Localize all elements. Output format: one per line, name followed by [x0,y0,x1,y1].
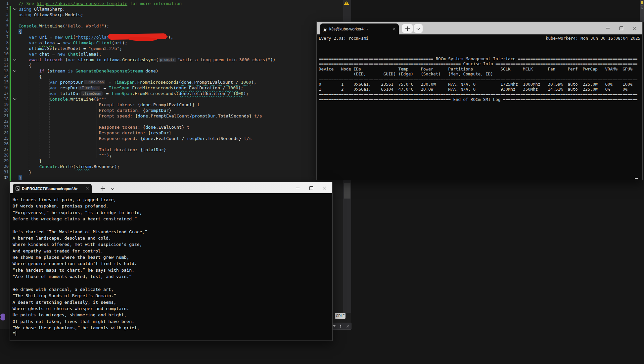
gutter-change-bar [9,51,12,57]
close-button[interactable] [628,24,641,32]
gutter-change-bar [9,153,12,158]
fold-chevron-icon[interactable] [12,6,17,12]
terminal-titlebar[interactable]: k3s@kube-worker4: ~ [317,22,642,34]
fold-chevron-icon[interactable] [12,96,17,102]
terminal-line [319,46,640,51]
terminal-line: ========================================… [319,61,640,66]
code-text: if (stream is GenerateDoneResponseStream… [19,68,159,74]
terminal-window: k3s@kube-worker4: ~ Every 2.0s: rocm-smi… [316,22,643,180]
code-line: 7 var uri = new Uri("http://ollam"); [0,34,275,40]
code-line: 11 await foreach (var stream in ollama.G… [0,57,275,63]
code-text: var uri = new Uri("http://ollam"); [19,34,173,40]
close-icon [323,186,326,190]
terminal-line: 0 1 0x66a1, 23561 75.0°C 230.0W N/A, N/A… [319,82,640,87]
poem-line: “Forgiveness,” he explains, “is a bridge… [13,209,332,216]
terminal-tab[interactable]: k3s@kube-worker4: ~ [320,23,399,34]
code-line: 13 if (stream is GenerateDoneResponseStr… [0,68,275,74]
gutter-change-bar [9,34,12,40]
code-line: 28 """); [0,153,275,158]
new-tab-button[interactable] [402,24,413,33]
code-line: 25 Response speed: {done.EvalCount / res… [0,136,275,141]
indent-guide [49,79,50,158]
minimize-button[interactable] [291,184,304,192]
fold-chevron-icon [12,164,17,169]
code-text: } [19,158,42,164]
fold-chevron-icon [12,119,17,124]
gutter-change-bar [9,46,12,51]
close-button[interactable] [318,184,331,192]
fold-chevron-icon [12,12,17,18]
code-text: """); [19,153,112,158]
terminal-line: ========================================… [319,56,640,61]
maximize-button[interactable] [615,24,628,32]
poem-line: Of paths not taken, lives that might hav… [13,318,332,325]
gutter-change-bar [9,113,12,119]
indent-guide [29,63,29,175]
line-number: 4 [0,18,9,23]
fold-chevron-icon [12,79,17,85]
gutter-change-bar [9,6,12,12]
tab-close-icon[interactable] [86,187,89,190]
console-output[interactable]: He traces lines of pain, a jagged trace,… [10,193,332,341]
terminal-output[interactable]: Every 2.0s: rocm-smi kube-worker4: Mon J… [317,34,642,181]
gutter-change-bar [9,74,12,79]
code-text: // See https://aka.ms/new-console-templa… [19,1,182,6]
watch-header-line: Every 2.0s: rocm-smi kube-worker4: Mon J… [319,36,640,41]
fold-chevron-icon [12,74,17,79]
line-number: 5 [0,23,9,29]
code-text: Console.Write(stream.Response); [19,164,119,169]
code-text: } [19,169,31,175]
fold-chevron-icon[interactable] [12,68,17,74]
tab-dropdown-button[interactable] [414,24,423,33]
chevron-down-icon [416,26,420,30]
new-tab-button[interactable] [99,185,107,192]
maximize-icon [620,26,623,30]
code-text: using OllamaSharp.Models; [19,12,83,18]
terminal-line [319,51,640,56]
line-number: 27 [0,147,9,153]
code-line: 19 Prompt tokens: {done.PromptEvalCount}… [0,102,275,108]
line-number: 17 [0,91,9,96]
minimize-button[interactable] [601,24,615,32]
code-line: 32} [0,175,275,181]
gutter-change-bar [9,136,12,141]
editor-scrollbar-thumb[interactable] [344,183,350,199]
code-line: 8 var ollama = new OllamaApiClient(uri); [0,40,275,46]
close-icon [633,26,636,30]
gutter-change-bar [9,18,12,23]
code-text: var promptDur:TimeSpan = TimeSpan.FromMi… [19,79,256,85]
fold-chevron-icon [12,91,17,96]
code-line: 26 [0,141,275,147]
console-tab[interactable]: D:\PROJECTS\source\repos\Ar [13,184,92,193]
code-line: 17 var totalDur:TimeSpan = TimeSpan.From… [0,91,275,96]
line-number: 20 [0,108,9,113]
fold-chevron-icon [12,124,17,130]
tab-close-icon[interactable] [393,27,396,30]
line-number: 10 [0,51,9,57]
close-icon[interactable] [346,325,349,328]
warning-triangle-icon[interactable] [344,1,349,5]
line-number: 15 [0,79,9,85]
line-ending-indicator[interactable]: CRLF [335,313,345,319]
chevron-down-icon[interactable] [333,325,336,327]
code-editor[interactable]: 1// See https://aka.ms/new-console-templ… [0,1,275,181]
fold-chevron-icon [12,63,17,68]
poem-line: “The hardest maps to chart,” he says wit… [13,267,332,273]
maximize-button[interactable] [304,184,318,192]
pin-icon[interactable] [339,324,342,328]
code-line: 23 Response tokens: {done.EvalCount} t [0,124,275,130]
terminal-line: ========================================… [319,92,640,97]
code-line: 22 [0,119,275,124]
gutter-change-bar [9,57,12,63]
fold-chevron-icon[interactable] [12,57,17,63]
vs-purple-logo-icon[interactable] [0,313,5,321]
watch-command: Every 2.0s: rocm-smi [319,36,369,41]
git-side-tab[interactable]: Git [640,0,644,22]
tab-dropdown-button[interactable] [109,185,116,192]
line-number: 7 [0,34,9,40]
poem-line: He shows me places where the heart grew … [13,254,332,260]
code-line: 24 Response duration: {respDur} [0,130,275,136]
code-text: Prompt duration: {promptDur} [19,108,171,113]
console-titlebar[interactable]: D:\PROJECTS\source\repos\Ar [10,182,332,193]
line-number: 18 [0,96,9,102]
